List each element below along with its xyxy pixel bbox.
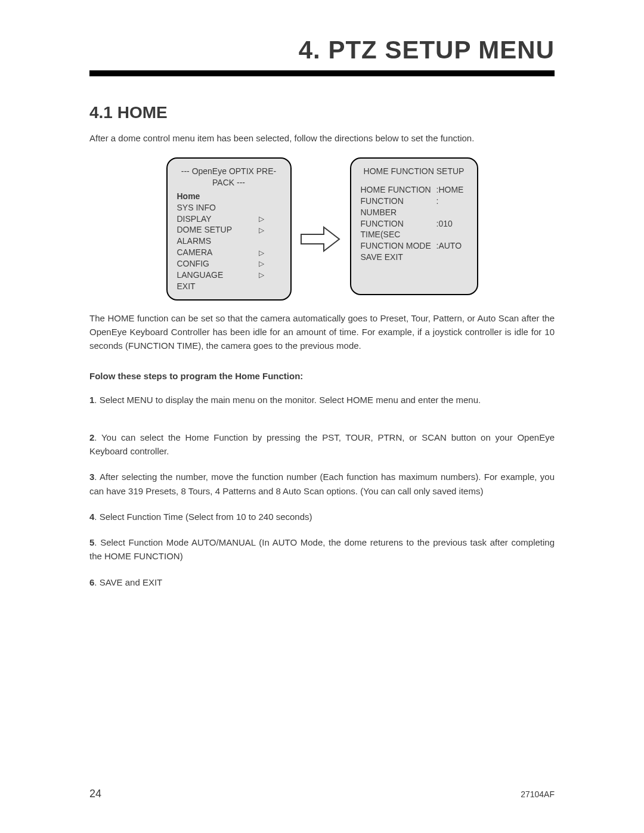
menu-panels: --- OpenEye OPTIX PRE-PACK --- Home SYS … [89, 157, 555, 301]
menu-item-label: DOME SETUP [177, 224, 233, 236]
kv-val: :010 [436, 218, 467, 241]
step-text: . You can select the Home Function by pr… [89, 432, 555, 456]
menu-item-label: CONFIG [177, 258, 209, 270]
panel-home-function: HOME FUNCTION SETUP HOME FUNCTION :HOME … [350, 157, 478, 295]
menu-item-label: CAMERA [177, 247, 213, 258]
menu-item-label: DISPLAY [177, 213, 212, 225]
step-6: 6. SAVE and EXIT [89, 575, 555, 589]
kv-val [436, 252, 467, 263]
panel-main-title: --- OpenEye OPTIX PRE-PACK --- [177, 166, 281, 188]
svg-marker-0 [301, 227, 339, 251]
menu-item-exit: EXIT [177, 281, 281, 292]
submenu-arrow-icon: ▷ [259, 270, 281, 280]
submenu-arrow-icon: ▷ [259, 248, 281, 258]
page-footer: 24 27104AF [89, 788, 555, 800]
kv-val: :AUTO [436, 240, 467, 252]
step-4: 4. Select Function Time (Select from 10 … [89, 510, 555, 524]
step-text: . After selecting the number, move the f… [89, 472, 555, 496]
step-text: . Select Function Time (Select from 10 t… [94, 512, 312, 522]
steps-heading: Folow these steps to program the Home Fu… [89, 371, 555, 381]
step-3: 3. After selecting the number, move the … [89, 470, 555, 498]
kv-key: FUNCTION MODE [361, 240, 436, 252]
title-rule [89, 70, 555, 76]
menu-item-config: CONFIG ▷ [177, 258, 281, 270]
step-5: 5. Select Function Mode AUTO/MANUAL (In … [89, 535, 555, 563]
menu-item-alarms: ALARMS [177, 236, 281, 247]
submenu-arrow-icon: ▷ [259, 214, 281, 224]
step-text: . SAVE and EXIT [94, 577, 162, 587]
menu-item-sysinfo: SYS INFO [177, 202, 281, 213]
transition-arrow-icon [300, 226, 342, 252]
page: 4. PTZ SETUP MENU 4.1 HOME After a dome … [0, 0, 644, 833]
submenu-arrow-icon: ▷ [259, 259, 281, 268]
step-2: 2. You can select the Home Function by p… [89, 431, 555, 459]
menu-item-domesetup: DOME SETUP ▷ [177, 224, 281, 236]
menu-item-label: Home [177, 191, 200, 202]
kv-key: HOME FUNCTION [361, 184, 436, 196]
step-text: . Select MENU to display the main menu o… [94, 395, 481, 405]
panel-home-title: HOME FUNCTION SETUP [361, 166, 467, 177]
kv-key: SAVE EXIT [361, 252, 436, 263]
kv-function-mode: FUNCTION MODE :AUTO [361, 240, 467, 252]
panel-main-menu: --- OpenEye OPTIX PRE-PACK --- Home SYS … [166, 157, 292, 301]
step-1: 1. Select MENU to display the main menu … [89, 393, 555, 407]
menu-item-display: DISPLAY ▷ [177, 213, 281, 225]
menu-item-label: ALARMS [177, 236, 212, 247]
chapter-title: 4. PTZ SETUP MENU [89, 36, 555, 64]
kv-val: : [436, 196, 467, 218]
body-text: The HOME function can be set so that the… [89, 311, 555, 353]
kv-function-time: FUNCTION TIME(SEC :010 [361, 218, 467, 241]
doc-code: 27104AF [521, 789, 555, 799]
kv-key: FUNCTION NUMBER [361, 196, 436, 218]
kv-function-number: FUNCTION NUMBER : [361, 196, 467, 218]
section-title: 4.1 HOME [89, 103, 555, 122]
menu-item-label: SYS INFO [177, 202, 216, 213]
menu-item-camera: CAMERA ▷ [177, 247, 281, 258]
kv-save-exit: SAVE EXIT [361, 252, 467, 263]
menu-item-language: LANGUAGE ▷ [177, 270, 281, 281]
kv-home-function: HOME FUNCTION :HOME [361, 184, 467, 196]
kv-key: FUNCTION TIME(SEC [361, 218, 436, 241]
submenu-arrow-icon: ▷ [259, 225, 281, 235]
menu-item-home: Home [177, 191, 281, 202]
menu-item-label: EXIT [177, 281, 196, 292]
intro-text: After a dome control menu item has been … [89, 133, 555, 143]
kv-val: :HOME [436, 184, 467, 196]
menu-item-label: LANGUAGE [177, 270, 224, 281]
step-text: . Select Function Mode AUTO/MANUAL (In A… [89, 537, 555, 561]
page-number: 24 [89, 788, 101, 800]
